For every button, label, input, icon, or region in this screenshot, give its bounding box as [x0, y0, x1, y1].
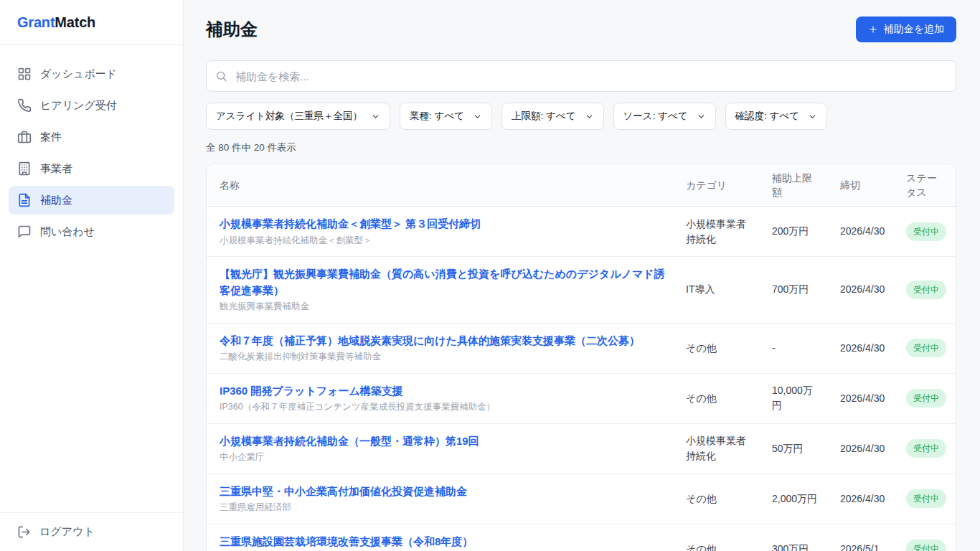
- grant-status-cell: 受付中: [906, 439, 946, 458]
- grant-amount: 50万円: [772, 441, 818, 456]
- sidebar-footer: ログアウト: [0, 512, 183, 551]
- logout-icon: [17, 525, 31, 539]
- grant-title-link[interactable]: IP360 開発プラットフォーム構築支援: [220, 383, 666, 400]
- table-header-row: 名称 カテゴリ 補助上限額 締切 ステータス: [207, 164, 956, 207]
- brand-first: Grant: [17, 14, 55, 30]
- logout-label: ログアウト: [39, 525, 95, 539]
- filter-select-value: 業種: すべて: [410, 110, 464, 123]
- grant-name-cell: IP360 開発プラットフォーム構築支援 IP360（令和７年度補正コンテンツ産…: [220, 383, 686, 414]
- grant-title-link[interactable]: 【観光庁】観光振興事業費補助金（質の高い消費と投資を呼び込むためのデジタルノマド…: [220, 266, 666, 298]
- filter-select[interactable]: アスライト対象（三重県＋全国）: [206, 103, 390, 130]
- chevron-down-icon: [473, 112, 482, 121]
- chevron-down-icon: [371, 112, 380, 121]
- document-icon: [17, 193, 32, 207]
- grant-amount: 2,000万円: [772, 491, 818, 507]
- filter-select[interactable]: 業種: すべて: [400, 103, 492, 130]
- grant-category: その他: [686, 341, 750, 356]
- grant-amount: 300万円: [772, 542, 818, 551]
- status-badge: 受付中: [906, 489, 946, 508]
- table-row: 三重県施設園芸栽培環境改善支援事業（令和8年度） 三重県農林水産部農産園芸課 そ…: [207, 524, 956, 551]
- phone-icon: [17, 98, 32, 113]
- building-icon: [17, 161, 32, 176]
- grant-category: 小規模事業者持続化: [686, 433, 750, 463]
- column-header-deadline: 締切: [840, 178, 906, 192]
- grant-deadline: 2026/5/1: [840, 542, 906, 551]
- filter-select[interactable]: ソース: すべて: [613, 103, 716, 130]
- status-badge: 受付中: [906, 222, 946, 241]
- grant-category: IT導入: [686, 282, 750, 297]
- app-logo: GrantMatch: [0, 0, 183, 45]
- sidebar: GrantMatch ダッシュボード ヒアリング受付 案件 事業者 補助金 問い…: [0, 0, 184, 551]
- grant-status-cell: 受付中: [906, 389, 946, 408]
- status-badge: 受付中: [906, 540, 946, 551]
- sidebar-nav: ダッシュボード ヒアリング受付 案件 事業者 補助金 問い合わせ: [0, 45, 183, 512]
- sidebar-item-label: 事業者: [40, 162, 72, 176]
- column-header-amount: 補助上限額: [772, 171, 840, 200]
- filter-select[interactable]: 上限額: すべて: [501, 103, 603, 130]
- sidebar-item-label: ダッシュボード: [40, 67, 117, 81]
- search-input[interactable]: [206, 60, 956, 92]
- grant-title-link[interactable]: 小規模事業者持続化補助金（一般型・通常枠）第19回: [220, 433, 666, 450]
- grant-amount: 700万円: [772, 282, 818, 297]
- grant-title-link[interactable]: 三重県中堅・中小企業高付加価値化投資促進補助金: [220, 484, 666, 500]
- grant-status-cell: 受付中: [906, 489, 946, 508]
- filter-select[interactable]: 確認度: すべて: [725, 103, 827, 130]
- table-row: 小規模事業者持続化補助金（一般型・通常枠）第19回 中小企業庁 小規模事業者持続…: [207, 424, 956, 474]
- table-body: 小規模事業者持続化補助金＜創業型＞ 第３回受付締切 小規模事業者持続化補助金＜創…: [207, 207, 956, 551]
- grant-category: その他: [686, 542, 750, 551]
- page-header: 補助金 補助金を追加: [206, 17, 956, 42]
- plus-icon: [868, 24, 878, 34]
- sidebar-item[interactable]: 案件: [9, 123, 174, 151]
- logout-button[interactable]: ログアウト: [17, 525, 166, 539]
- add-grant-button-label: 補助金を追加: [884, 23, 944, 36]
- grant-category: 小規模事業者持続化: [686, 217, 750, 247]
- grant-name-cell: 小規模事業者持続化補助金＜創業型＞ 第３回受付締切 小規模事業者持続化補助金＜創…: [220, 216, 686, 247]
- sidebar-item[interactable]: ヒアリング受付: [9, 91, 174, 120]
- column-header-category: カテゴリ: [686, 178, 772, 192]
- grant-name-cell: 令和７年度（補正予算）地域脱炭素実現に向けた具体的施策実装支援事業（二次公募） …: [220, 333, 686, 364]
- sidebar-item[interactable]: 補助金: [9, 186, 174, 215]
- status-badge: 受付中: [906, 281, 946, 299]
- grant-category: その他: [686, 391, 750, 406]
- result-summary: 全 80 件中 20 件表示: [206, 141, 956, 154]
- grant-status-cell: 受付中: [906, 222, 946, 241]
- grant-deadline: 2026/4/30: [840, 391, 906, 406]
- grants-table: 名称 カテゴリ 補助上限額 締切 ステータス 小規模事業者持続化補助金＜創業型＞…: [206, 164, 956, 551]
- chevron-down-icon: [585, 112, 594, 121]
- grant-status-cell: 受付中: [906, 281, 946, 299]
- grant-deadline: 2026/4/30: [840, 282, 906, 297]
- filter-bar: アスライト対象（三重県＋全国） 業種: すべて 上限額: すべて ソース: すべ…: [206, 103, 956, 130]
- column-header-status: ステータス: [906, 171, 946, 200]
- briefcase-icon: [17, 130, 32, 144]
- table-row: IP360 開発プラットフォーム構築支援 IP360（令和７年度補正コンテンツ産…: [207, 374, 956, 424]
- chevron-down-icon: [808, 112, 817, 121]
- add-grant-button[interactable]: 補助金を追加: [856, 17, 956, 42]
- page-title: 補助金: [206, 18, 258, 41]
- sidebar-item-label: 問い合わせ: [40, 225, 95, 239]
- grant-title-link[interactable]: 三重県施設園芸栽培環境改善支援事業（令和8年度）: [220, 534, 666, 550]
- grant-subtitle: 三重県雇用経済部: [220, 501, 686, 514]
- sidebar-item[interactable]: ダッシュボード: [9, 60, 174, 88]
- grant-status-cell: 受付中: [906, 540, 946, 551]
- grant-subtitle: 中小企業庁: [220, 451, 686, 464]
- grant-deadline: 2026/4/30: [840, 441, 906, 456]
- grant-name-cell: 三重県施設園芸栽培環境改善支援事業（令和8年度） 三重県農林水産部農産園芸課: [220, 534, 686, 551]
- grant-deadline: 2026/4/30: [840, 341, 906, 356]
- search-bar: [206, 60, 956, 92]
- chat-icon: [17, 225, 32, 239]
- grant-amount: 200万円: [772, 224, 818, 239]
- grant-status-cell: 受付中: [906, 339, 946, 357]
- grant-title-link[interactable]: 小規模事業者持続化補助金＜創業型＞ 第３回受付締切: [220, 216, 666, 232]
- grant-subtitle: IP360（令和７年度補正コンテンツ産業成長投資支援事業費補助金）: [220, 401, 686, 414]
- grant-title-link[interactable]: 令和７年度（補正予算）地域脱炭素実現に向けた具体的施策実装支援事業（二次公募）: [220, 333, 666, 349]
- sidebar-item[interactable]: 事業者: [9, 154, 174, 183]
- sidebar-item[interactable]: 問い合わせ: [9, 217, 174, 246]
- grant-category: その他: [686, 491, 750, 507]
- table-row: 【観光庁】観光振興事業費補助金（質の高い消費と投資を呼び込むためのデジタルノマド…: [207, 257, 956, 324]
- filter-select-value: ソース: すべて: [623, 110, 688, 123]
- filter-select-value: アスライト対象（三重県＋全国）: [216, 110, 362, 123]
- table-row: 小規模事業者持続化補助金＜創業型＞ 第３回受付締切 小規模事業者持続化補助金＜創…: [207, 207, 956, 257]
- grant-deadline: 2026/4/30: [840, 224, 906, 239]
- grant-name-cell: 【観光庁】観光振興事業費補助金（質の高い消費と投資を呼び込むためのデジタルノマド…: [220, 266, 686, 314]
- sidebar-item-label: ヒアリング受付: [40, 99, 117, 113]
